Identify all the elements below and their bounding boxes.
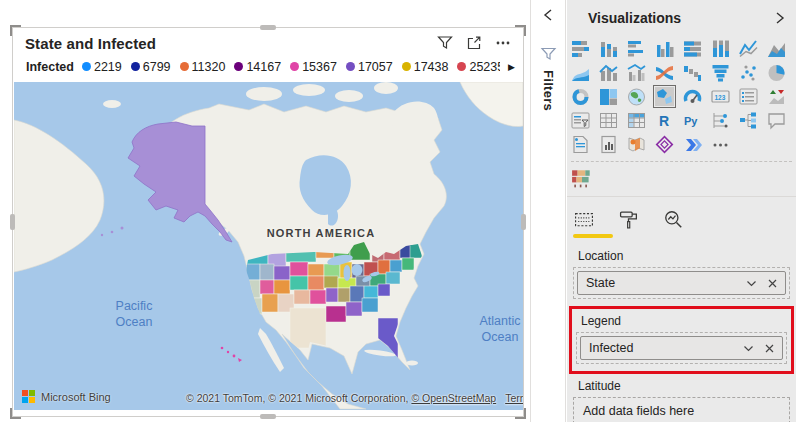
well-label-legend: Legend [581, 314, 787, 328]
resize-corner-bottom-left[interactable] [10, 408, 21, 419]
visual-type-r-script-visual-icon[interactable]: R [655, 111, 674, 130]
legend-item[interactable]: 15367 [290, 60, 337, 74]
tab-analytics[interactable] [663, 209, 684, 230]
legend-well[interactable]: Infected [576, 332, 787, 364]
map-attribution: © 2021 TomTom, © 2021 Microsoft Corporat… [186, 392, 523, 404]
visual-type-donut-chart-icon[interactable] [571, 87, 590, 106]
legend-highlight-annotation: Legend Infected [569, 306, 794, 374]
visual-type-decomposition-tree-icon[interactable] [739, 111, 758, 130]
resize-corner-bottom-right[interactable] [515, 408, 526, 419]
visual-type-stacked-bar-chart-icon[interactable] [571, 39, 590, 58]
legend-item[interactable]: 17057 [346, 60, 393, 74]
location-field-pill[interactable]: State [586, 276, 615, 290]
visualizations-collapse-chevron-icon[interactable] [773, 11, 786, 25]
visual-type-map-icon[interactable] [627, 87, 646, 106]
legend-item[interactable]: 11320 [180, 60, 226, 74]
microsoft-logo-icon [22, 390, 35, 403]
legend-item[interactable]: 17438 [402, 60, 449, 74]
visual-type-line-chart-icon[interactable] [739, 39, 758, 58]
legend-item[interactable]: 6799 [131, 60, 171, 74]
visual-type-card-icon[interactable]: 123 [711, 87, 730, 106]
visual-type-clustered-bar-chart-icon[interactable] [627, 39, 646, 58]
field-dropdown-chevron-icon[interactable] [746, 279, 757, 288]
attribution-text: © 2021 TomTom, © 2021 Microsoft Corporat… [186, 392, 411, 404]
visual-type-stacked-area-chart-icon[interactable] [571, 63, 590, 82]
map-label-atlantic-1: Atlantic [480, 314, 521, 328]
visual-type-python-visual-icon[interactable]: Py [683, 111, 702, 130]
visual-type-filled-map-icon[interactable] [655, 87, 674, 106]
remove-field-icon[interactable] [765, 344, 774, 353]
visual-type-key-influencers-icon[interactable] [711, 111, 730, 130]
visual-type-kpi-icon[interactable] [767, 87, 786, 106]
visual-type-gauge-icon[interactable] [683, 87, 702, 106]
field-dropdown-chevron-icon[interactable] [743, 344, 754, 353]
tab-format[interactable] [619, 209, 639, 230]
legend-item[interactable]: 2219 [82, 60, 122, 74]
filters-pane-collapsed[interactable]: Filters [530, 0, 566, 422]
map-label-continent: NORTH AMERICA [267, 227, 376, 239]
visual-type-paginated-report-icon[interactable] [571, 135, 590, 154]
visual-type-power-bi-report-icon[interactable] [599, 135, 618, 154]
filter-icon[interactable] [437, 35, 453, 51]
report-canvas[interactable]: State and Infected Infected 221967991132… [0, 0, 530, 422]
visual-type-stacked-column-chart-icon[interactable] [599, 39, 618, 58]
filters-funnel-icon [540, 46, 557, 63]
visual-type-hundred-percent-stacked-bar-chart-icon[interactable] [683, 39, 702, 58]
visual-type-arcgis-map-icon[interactable] [627, 135, 646, 154]
visual-type-funnel-chart-icon[interactable] [711, 63, 730, 82]
visual-type-clustered-column-chart-icon[interactable] [655, 39, 674, 58]
visual-type-matrix-icon[interactable] [627, 111, 646, 130]
visual-types-gallery: 123RPy [571, 39, 796, 154]
resize-corner-top-left[interactable] [10, 25, 21, 36]
visual-type-more-visuals-icon[interactable] [711, 135, 730, 154]
map-label-pacific-2: Ocean [116, 315, 153, 329]
location-well[interactable]: State [573, 267, 790, 299]
powerbi-window: State and Infected Infected 221967991132… [0, 0, 796, 422]
visual-type-multi-row-card-icon[interactable] [739, 87, 758, 106]
visual-type-power-apps-visual-icon[interactable] [655, 135, 674, 154]
bing-logo: Microsoft Bing [22, 390, 111, 403]
visual-type-power-automate-visual-icon[interactable] [683, 135, 702, 154]
remove-field-icon[interactable] [768, 279, 777, 288]
map-visual-container[interactable]: State and Infected Infected 221967991132… [12, 27, 524, 417]
visual-type-q-and-a-icon[interactable] [767, 111, 786, 130]
legend-field-pill[interactable]: Infected [589, 341, 633, 355]
openstreetmap-link[interactable]: © OpenStreetMap [411, 392, 496, 404]
resize-handle-right[interactable] [521, 214, 526, 230]
map-visual[interactable]: NORTH AMERICA Pacific Ocean Atlantic Oce… [14, 82, 523, 410]
well-label-location: Location [578, 249, 790, 263]
tab-fields[interactable] [573, 210, 595, 230]
visual-type-area-chart-icon[interactable] [767, 39, 786, 58]
custom-visual-icon[interactable] [571, 167, 593, 189]
visual-type-scatter-chart-icon[interactable] [739, 63, 758, 82]
focus-mode-icon[interactable] [466, 35, 482, 51]
resize-handle-left[interactable] [10, 214, 15, 230]
visual-type-table-icon[interactable] [599, 111, 618, 130]
visual-type-hundred-percent-stacked-column-chart-icon[interactable] [711, 39, 730, 58]
map-canvas[interactable]: NORTH AMERICA Pacific Ocean Atlantic Oce… [14, 82, 523, 410]
visual-type-pie-chart-icon[interactable] [767, 63, 786, 82]
more-options-icon[interactable] [495, 35, 511, 51]
resize-handle-bottom[interactable] [260, 414, 276, 419]
visualizations-pane-title: Visualizations [588, 10, 681, 26]
visual-type-line-and-stacked-column-chart-icon[interactable] [599, 63, 618, 82]
visual-type-slicer-icon[interactable] [571, 111, 590, 130]
pane-tabs [567, 197, 796, 230]
legend-item[interactable]: 25235 [457, 60, 500, 74]
map-label-atlantic-2: Ocean [482, 330, 519, 344]
resize-handle-top[interactable] [260, 25, 276, 30]
visual-type-line-and-clustered-column-chart-icon[interactable] [627, 63, 646, 82]
legend-scroll-arrow[interactable]: ▶ [508, 62, 515, 72]
legend-item[interactable]: 14167 [234, 60, 281, 74]
visual-type-ribbon-chart-icon[interactable] [655, 63, 674, 82]
svg-text:R: R [659, 113, 669, 129]
visual-type-waterfall-chart-icon[interactable] [683, 63, 702, 82]
visual-type-treemap-icon[interactable] [599, 87, 618, 106]
filters-expand-chevron-icon[interactable] [542, 8, 555, 22]
legend: Infected 2219679911320141671536717057174… [13, 55, 523, 78]
latitude-well-empty[interactable]: Add data fields here [573, 397, 790, 422]
svg-text:123: 123 [715, 94, 726, 101]
resize-corner-top-right[interactable] [515, 25, 526, 36]
terms-link[interactable]: Terms [505, 392, 523, 404]
legend-title: Infected [26, 60, 74, 74]
